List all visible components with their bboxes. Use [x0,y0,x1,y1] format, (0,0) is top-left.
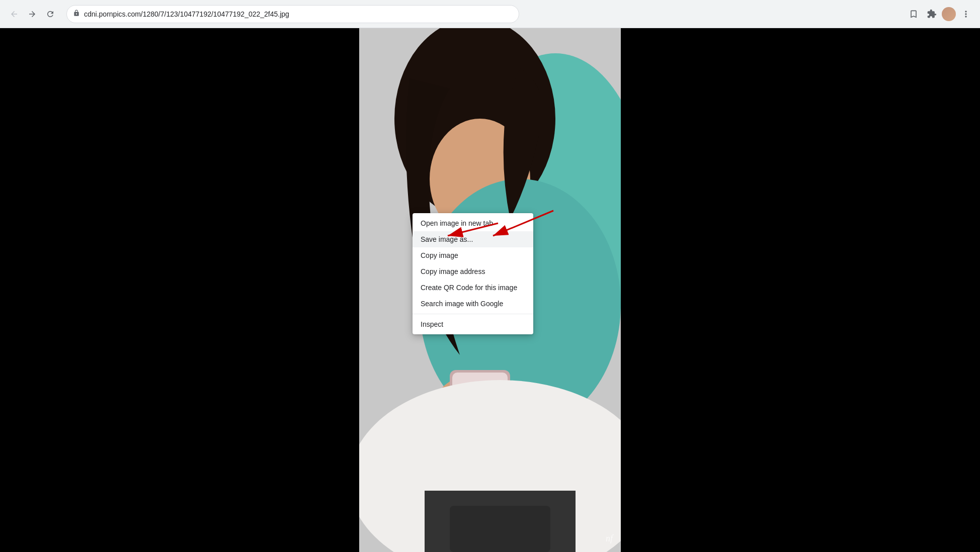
context-menu-copy-image[interactable]: Copy image [413,247,533,263]
user-avatar[interactable] [942,7,956,21]
back-button[interactable] [6,6,22,22]
forward-button[interactable] [24,6,40,22]
watermark: nf [606,533,613,544]
context-menu-save-image-as[interactable]: Save image as... [413,231,533,247]
url-text: cdni.pornpics.com/1280/7/123/10477192/10… [84,10,513,18]
context-menu-divider [413,314,533,314]
reload-button[interactable] [42,6,58,22]
extensions-button[interactable] [924,6,940,22]
context-menu-copy-image-address[interactable]: Copy image address [413,263,533,280]
context-menu: Open image in new tab Save image as... C… [413,213,533,334]
lock-icon [73,10,80,18]
context-menu-inspect[interactable]: Inspect [413,316,533,332]
toolbar-icons [906,6,974,22]
browser-content: nf Open image in new tab Save image as..… [0,28,980,552]
address-bar-container: cdni.pornpics.com/1280/7/123/10477192/10… [66,5,519,23]
context-menu-create-qr[interactable]: Create QR Code for this image [413,280,533,296]
context-menu-open-new-tab[interactable]: Open image in new tab [413,215,533,231]
browser-toolbar: cdni.pornpics.com/1280/7/123/10477192/10… [0,0,980,28]
context-menu-search-image-google[interactable]: Search image with Google [413,296,533,312]
nav-buttons [6,6,58,22]
bookmark-button[interactable] [906,6,922,22]
address-bar[interactable]: cdni.pornpics.com/1280/7/123/10477192/10… [66,5,519,23]
svg-rect-10 [450,506,550,552]
menu-button[interactable] [958,6,974,22]
